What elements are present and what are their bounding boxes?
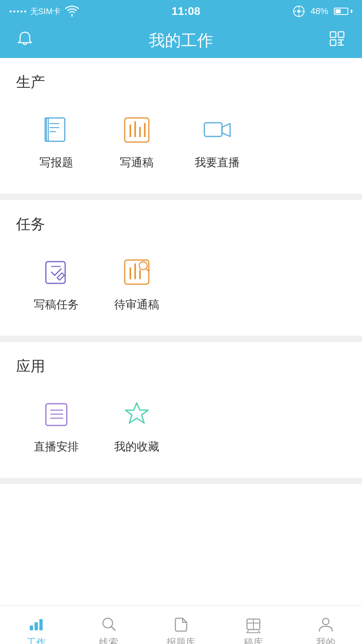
write-headline-label: 写报题 (39, 155, 73, 170)
section-production-title: 生产 (16, 72, 346, 92)
my-favorites-label: 我的收藏 (114, 439, 159, 454)
write-task-label: 写稿任务 (34, 297, 79, 312)
svg-rect-24 (125, 260, 149, 284)
tab-story-library[interactable]: 报题库 (145, 610, 217, 644)
app-grid: 直播安排 我的收藏 (16, 392, 346, 458)
list-icon (40, 398, 72, 430)
tab-clue-label: 线索 (99, 636, 118, 644)
tab-clue[interactable]: 线索 (72, 610, 145, 644)
pending-review-label: 待审通稿 (114, 297, 159, 312)
status-right: 48% (293, 5, 352, 17)
wifi-icon (65, 6, 79, 17)
live-schedule-item[interactable]: 直播安排 (16, 392, 97, 458)
live-schedule-icon-box (39, 396, 74, 432)
battery-icon (334, 8, 352, 15)
empty-space (0, 484, 362, 605)
svg-line-38 (111, 627, 115, 630)
location-icon (293, 5, 305, 17)
write-article-icon-box (119, 112, 154, 148)
write-headline-icon-box (39, 112, 74, 148)
write-task-icon-box (39, 254, 74, 290)
edit-icon (40, 256, 72, 288)
pending-review-item[interactable]: 待审通稿 (97, 250, 177, 316)
svg-rect-34 (30, 625, 33, 630)
write-headline-item[interactable]: 写报题 (16, 108, 97, 174)
svg-rect-6 (330, 32, 336, 37)
tab-mine-icon (316, 614, 335, 634)
tab-manuscript-label: 稿库 (244, 636, 263, 644)
status-bar: 无SIM卡 11:08 48% (0, 0, 362, 23)
svg-rect-9 (46, 118, 65, 141)
section-app: 应用 直播安排 (0, 342, 362, 478)
section-production: 生产 写报题 (0, 58, 362, 194)
svg-point-42 (323, 618, 329, 625)
write-task-item[interactable]: 写稿任务 (16, 250, 97, 316)
svg-rect-35 (35, 622, 38, 630)
star-icon (121, 398, 153, 430)
scan-icon[interactable] (328, 30, 346, 51)
bell-icon[interactable] (16, 30, 34, 51)
tab-manuscript[interactable]: 稿库 (217, 610, 290, 644)
write-article-item[interactable]: 写通稿 (97, 108, 177, 174)
tab-work-label: 工作 (27, 636, 46, 644)
my-favorites-item[interactable]: 我的收藏 (97, 392, 177, 458)
nav-bar: 我的工作 (0, 23, 362, 58)
carrier-label: 无SIM卡 (30, 6, 61, 17)
live-icon-box (200, 112, 235, 148)
signal-dots (10, 10, 26, 12)
tab-story-library-label: 报题库 (167, 636, 195, 644)
live-schedule-label: 直播安排 (34, 439, 79, 454)
section-task: 任务 写稿任务 (0, 200, 362, 336)
content: 生产 写报题 (0, 58, 362, 605)
task-grid: 写稿任务 待审通稿 (16, 250, 346, 316)
status-left: 无SIM卡 (10, 6, 79, 17)
tab-mine-label: 我的 (316, 636, 335, 644)
write-article-label: 写通稿 (120, 155, 154, 170)
tab-manuscript-icon (244, 614, 263, 634)
chart-bars-icon (121, 114, 153, 146)
book-icon (40, 114, 72, 146)
video-icon (201, 114, 233, 146)
live-item[interactable]: 我要直播 (177, 108, 257, 174)
svg-rect-7 (338, 32, 344, 37)
tab-bar: 工作 线索 报题库 稿库 (0, 605, 362, 644)
tab-story-library-icon (171, 614, 191, 634)
battery-percent: 48% (311, 6, 328, 17)
svg-rect-20 (204, 123, 222, 136)
nav-title: 我的工作 (149, 29, 213, 52)
production-grid: 写报题 写通稿 (16, 108, 346, 174)
my-favorites-icon-box (119, 396, 154, 432)
live-label: 我要直播 (195, 155, 240, 170)
tab-work[interactable]: 工作 (0, 610, 72, 644)
section-app-title: 应用 (16, 357, 346, 376)
svg-rect-36 (39, 619, 43, 630)
tab-work-icon (27, 614, 46, 634)
pending-review-icon-box (119, 254, 154, 290)
chart-search-icon (121, 256, 153, 288)
tab-clue-icon (99, 614, 118, 634)
tab-mine[interactable]: 我的 (290, 610, 362, 644)
section-task-title: 任务 (16, 215, 346, 234)
svg-point-1 (297, 10, 300, 13)
svg-rect-8 (330, 40, 336, 45)
time-label: 11:08 (171, 5, 200, 18)
svg-rect-21 (46, 262, 65, 283)
